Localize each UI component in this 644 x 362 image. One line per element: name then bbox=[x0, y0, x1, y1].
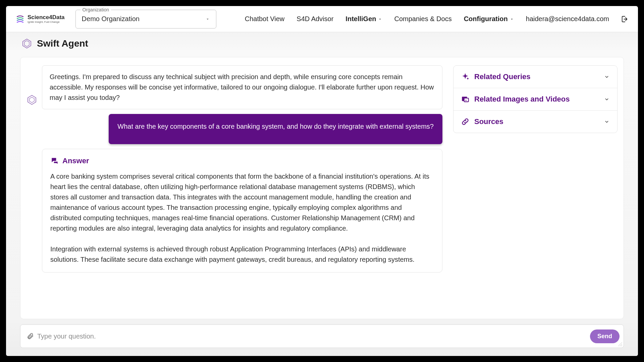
composer-area: Send bbox=[6, 319, 638, 356]
agent-hex-icon bbox=[21, 38, 32, 49]
main-nav: Chatbot View S4D Advisor IntelliGen Comp… bbox=[245, 15, 629, 23]
dropdown-arrow-icon bbox=[205, 17, 210, 21]
side-column: Related Queries Related Images and Video… bbox=[453, 65, 618, 319]
svg-marker-3 bbox=[30, 97, 34, 103]
bot-avatar-icon bbox=[26, 95, 37, 105]
answer-card: Answer A core banking system comprises s… bbox=[42, 149, 442, 273]
user-email: haidera@science4data.com bbox=[526, 15, 609, 23]
answer-body: A core banking system comprises several … bbox=[50, 171, 434, 265]
question-input[interactable] bbox=[37, 333, 618, 340]
logout-icon[interactable] bbox=[621, 15, 629, 23]
top-header: Science4Data Ignite Insight, Fuel Change… bbox=[6, 6, 638, 32]
caret-down-icon bbox=[378, 17, 382, 21]
brand-logo: Science4Data Ignite Insight, Fuel Change bbox=[15, 14, 65, 24]
answer-icon bbox=[50, 157, 59, 165]
composer-box: Send bbox=[20, 324, 624, 348]
nav-chatbot-view[interactable]: Chatbot View bbox=[245, 15, 285, 23]
answer-label: Answer bbox=[62, 157, 89, 165]
send-button[interactable]: Send bbox=[590, 329, 620, 343]
related-queries-accordion[interactable]: Related Queries bbox=[453, 66, 617, 88]
resize-grip-icon[interactable] bbox=[618, 342, 622, 346]
nav-configuration-label: Configuration bbox=[464, 15, 508, 23]
brand-name: Science4Data bbox=[28, 14, 65, 20]
svg-marker-0 bbox=[23, 39, 31, 48]
org-select-value: Demo Organization bbox=[82, 15, 205, 23]
nav-intelligen-label: IntelliGen bbox=[345, 15, 376, 23]
accordion-group: Related Queries Related Images and Video… bbox=[453, 65, 618, 133]
page-header: Swift Agent bbox=[6, 32, 638, 52]
org-select-legend: Organization bbox=[80, 7, 111, 12]
sources-accordion[interactable]: Sources bbox=[453, 111, 617, 133]
related-media-label: Related Images and Videos bbox=[474, 95, 599, 104]
svg-marker-2 bbox=[28, 95, 36, 104]
main-area: Greetings. I'm prepared to discuss any t… bbox=[6, 52, 638, 319]
user-message-row: What are the key components of a core ba… bbox=[26, 114, 442, 144]
bot-greeting-bubble: Greetings. I'm prepared to discuss any t… bbox=[42, 65, 442, 109]
bot-message-row: Greetings. I'm prepared to discuss any t… bbox=[26, 65, 442, 109]
organization-select[interactable]: Organization Demo Organization bbox=[75, 10, 216, 28]
caret-down-icon bbox=[510, 17, 514, 21]
user-question-bubble: What are the key components of a core ba… bbox=[109, 114, 442, 144]
nav-companies-docs[interactable]: Companies & Docs bbox=[394, 15, 451, 23]
nav-s4d-advisor[interactable]: S4D Advisor bbox=[297, 15, 333, 23]
chevron-down-icon bbox=[604, 74, 610, 80]
paperclip-icon[interactable] bbox=[26, 333, 34, 340]
sources-label: Sources bbox=[474, 117, 599, 126]
link-icon bbox=[461, 117, 470, 126]
logo-icon bbox=[15, 14, 25, 24]
chat-column: Greetings. I'm prepared to discuss any t… bbox=[26, 65, 445, 319]
brand-tagline: Ignite Insight, Fuel Change bbox=[28, 21, 65, 23]
sparkle-icon bbox=[461, 72, 470, 81]
content-card: Greetings. I'm prepared to discuss any t… bbox=[20, 57, 624, 319]
svg-marker-1 bbox=[24, 41, 29, 47]
related-media-accordion[interactable]: Related Images and Videos bbox=[453, 88, 617, 111]
chevron-down-icon bbox=[604, 96, 610, 102]
media-icon bbox=[461, 95, 470, 104]
related-queries-label: Related Queries bbox=[474, 72, 599, 81]
nav-configuration[interactable]: Configuration bbox=[464, 15, 514, 23]
message-list[interactable]: Greetings. I'm prepared to discuss any t… bbox=[26, 65, 445, 319]
chevron-down-icon bbox=[604, 119, 610, 125]
svg-rect-5 bbox=[464, 98, 469, 102]
page-title: Swift Agent bbox=[37, 38, 88, 49]
nav-intelligen[interactable]: IntelliGen bbox=[345, 15, 382, 23]
